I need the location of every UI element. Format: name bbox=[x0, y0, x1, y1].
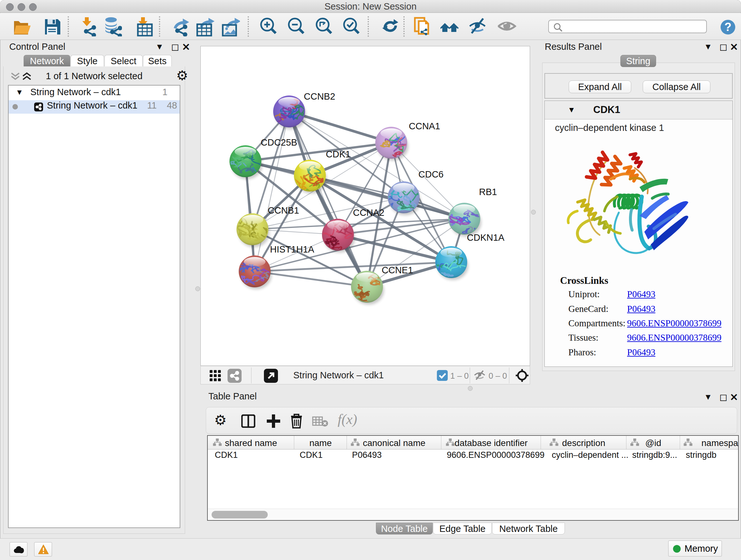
svg-text:RB1: RB1 bbox=[479, 187, 497, 197]
svg-text:CCNE1: CCNE1 bbox=[382, 265, 413, 275]
svg-text:HIST1H1A: HIST1H1A bbox=[270, 244, 314, 254]
svg-text:CCNB1: CCNB1 bbox=[268, 205, 299, 215]
svg-text:CDK1: CDK1 bbox=[326, 149, 350, 159]
svg-text:CCNB2: CCNB2 bbox=[304, 91, 335, 102]
svg-text:CDC6: CDC6 bbox=[418, 169, 444, 179]
svg-text:CCNA1: CCNA1 bbox=[409, 121, 440, 131]
svg-text:CCNA2: CCNA2 bbox=[353, 207, 384, 218]
svg-text:CDKN1A: CDKN1A bbox=[467, 233, 504, 243]
svg-text:CDC25B: CDC25B bbox=[261, 137, 297, 147]
